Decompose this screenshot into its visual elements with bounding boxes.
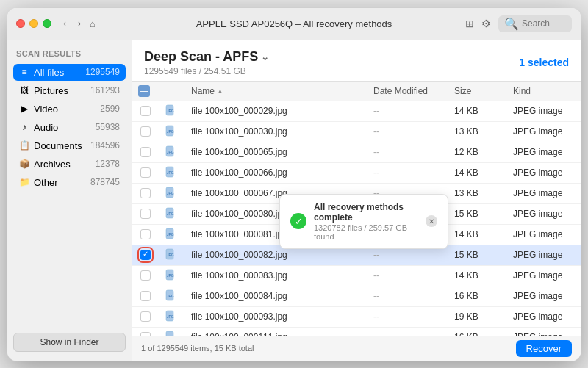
svg-text:JPG: JPG (167, 170, 174, 175)
file-date: -- (368, 101, 448, 121)
col-header-name[interactable]: Name ▲ (185, 82, 368, 101)
col-header-kind[interactable]: Kind (507, 82, 581, 101)
svg-text:JPG: JPG (167, 253, 174, 257)
file-checkbox[interactable] (140, 332, 151, 335)
file-date: -- (368, 162, 448, 183)
file-icon-cell: JPG (159, 327, 185, 336)
file-name-cell: file 100x100_000083.jpg (185, 265, 368, 286)
file-name[interactable]: file 100x100_000065.jpg (191, 147, 287, 157)
file-name[interactable]: file 100x100_000082.jpg (191, 250, 287, 260)
main-panel: Deep Scan - APFS ⌄ 1295549 files / 254.5… (132, 40, 581, 361)
sidebar-item-archives[interactable]: 📦 Archives 12378 (13, 156, 126, 173)
file-name[interactable]: file 100x100_000111.jpg (191, 332, 287, 336)
file-icon-cell: JPG (159, 203, 185, 224)
selected-badge: 1 selected (519, 57, 569, 68)
file-name-cell: file 100x100_000111.jpg (185, 327, 368, 336)
checkbox-cell (132, 224, 159, 245)
sidebar-item-audio[interactable]: ♪ Audio 55938 (13, 119, 126, 136)
grid-view-icon[interactable]: ⊞ (465, 18, 474, 29)
search-input[interactable] (522, 18, 573, 29)
sort-arrow-name: ▲ (217, 87, 223, 95)
minimize-button[interactable] (29, 19, 38, 28)
file-checkbox[interactable] (140, 209, 151, 219)
sidebar-item-other[interactable]: 📁 Other 878745 (13, 174, 126, 191)
col-header-checkbox[interactable]: — (132, 82, 159, 101)
popup-title: All recovery methods complete (314, 202, 418, 223)
file-checkbox[interactable] (140, 106, 151, 116)
file-checkbox[interactable] (140, 311, 151, 322)
sidebar-label-pictures: Pictures (34, 85, 86, 96)
jpeg-file-icon: JPG (165, 207, 176, 219)
file-name[interactable]: file 100x100_000066.jpg (191, 167, 287, 178)
sidebar-item-video[interactable]: ▶ Video 2599 (13, 101, 126, 118)
audio-icon: ♪ (19, 122, 29, 132)
sidebar-item-pictures[interactable]: 🖼 Pictures 161293 (13, 82, 126, 99)
window-title: APPLE SSD AP0256Q – All recovery methods (196, 18, 392, 29)
sidebar-item-all-files[interactable]: ≡ All files 1295549 (13, 64, 126, 81)
video-icon: ▶ (19, 104, 29, 114)
sidebar-label-other: Other (34, 177, 86, 188)
file-checkbox[interactable] (140, 188, 151, 198)
checkbox-cell (132, 265, 159, 286)
col-name-label: Name (191, 86, 215, 96)
file-name[interactable]: file 100x100_000030.jpg (191, 126, 287, 137)
file-name[interactable]: file 100x100_000093.jpg (191, 311, 287, 322)
col-header-size[interactable]: Size (448, 82, 507, 101)
file-date: -- (368, 286, 448, 306)
recover-button[interactable]: Recover (516, 340, 572, 357)
maximize-button[interactable] (43, 19, 51, 28)
file-kind: JPEG image (507, 162, 581, 183)
sidebar-count-all-files: 1295549 (85, 67, 120, 77)
search-icon: 🔍 (504, 17, 519, 31)
checkbox-cell (132, 327, 159, 336)
back-arrow[interactable]: ‹ (59, 18, 71, 29)
file-name[interactable]: file 100x100_000067.jpg (191, 188, 287, 198)
popup-close-button[interactable]: ✕ (426, 215, 437, 227)
file-checkbox[interactable] (140, 270, 151, 281)
checkbox-cell (132, 121, 159, 142)
forward-arrow[interactable]: › (74, 18, 85, 29)
file-kind: JPEG image (507, 142, 581, 162)
file-checkbox[interactable] (140, 229, 151, 239)
file-checkbox[interactable] (140, 291, 151, 301)
file-checkbox[interactable] (140, 250, 151, 260)
file-name-cell: file 100x100_000029.jpg (185, 101, 368, 121)
popup-subtitle: 1320782 files / 259.57 GB found (314, 223, 418, 241)
file-name[interactable]: file 100x100_000029.jpg (191, 106, 287, 116)
file-checkbox[interactable] (140, 147, 151, 157)
file-size: 15 KB (448, 203, 507, 224)
svg-text:JPG: JPG (167, 232, 174, 237)
col-header-date[interactable]: Date Modified (368, 82, 448, 101)
show-in-finder-button[interactable]: Show in Finder (13, 333, 126, 352)
status-text: 1 of 1295549 items, 15 KB total (141, 344, 254, 353)
svg-text:JPG: JPG (167, 109, 174, 113)
home-icon[interactable]: ⌂ (90, 18, 96, 29)
file-name[interactable]: file 100x100_000080.jpg (191, 209, 287, 219)
sidebar-item-documents[interactable]: 📋 Documents 184596 (13, 137, 126, 154)
checkbox-cell (132, 183, 159, 203)
sidebar-label-all-files: All files (34, 67, 81, 78)
title-dropdown-icon[interactable]: ⌄ (261, 51, 269, 62)
file-table-container[interactable]: — Name ▲ Date Modified Size (132, 82, 581, 336)
deselect-all-button[interactable]: — (138, 85, 150, 97)
file-size: 14 KB (448, 265, 507, 286)
sidebar-label-video: Video (34, 104, 96, 115)
file-kind: JPEG image (507, 286, 581, 306)
file-name[interactable]: file 100x100_000083.jpg (191, 270, 287, 281)
main-title: Deep Scan - APFS ⌄ (144, 49, 269, 65)
file-name-cell: file 100x100_000066.jpg (185, 162, 368, 183)
jpeg-file-icon: JPG (165, 104, 176, 116)
jpeg-file-icon: JPG (165, 269, 176, 281)
file-kind: JPEG image (507, 203, 581, 224)
file-date: -- (368, 327, 448, 336)
file-checkbox[interactable] (140, 126, 151, 137)
file-checkbox[interactable] (140, 167, 151, 178)
sidebar-label-audio: Audio (34, 122, 91, 133)
file-name[interactable]: file 100x100_000084.jpg (191, 291, 287, 301)
file-name[interactable]: file 100x100_000081.jpg (191, 229, 287, 239)
popup-check-icon: ✓ (290, 213, 306, 229)
file-kind: JPEG image (507, 224, 581, 245)
settings-icon[interactable]: ⚙ (481, 18, 491, 29)
checkbox-cell (132, 306, 159, 327)
close-button[interactable] (16, 19, 25, 28)
